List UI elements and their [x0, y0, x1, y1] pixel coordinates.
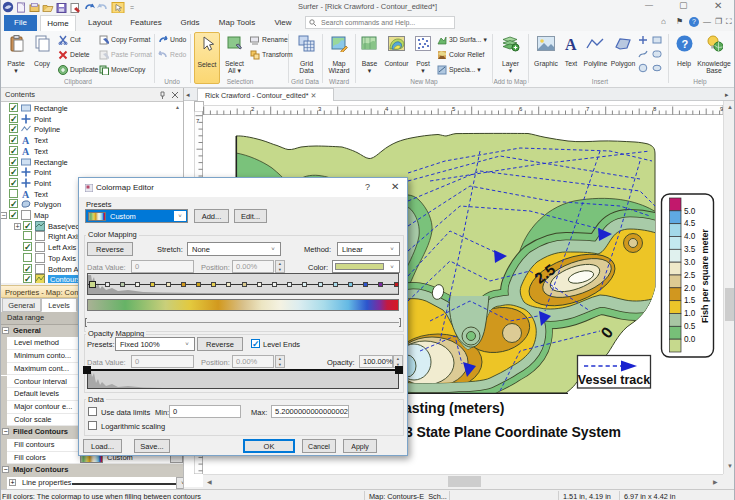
svg-text:2.0: 2.0 — [684, 284, 696, 293]
svg-text:Vessel track: Vessel track — [578, 373, 650, 387]
svg-text:3 State Plane Coordinate Syste: 3 State Plane Coordinate System — [405, 424, 621, 440]
svg-text:5.0: 5.0 — [684, 207, 696, 216]
svg-text:0.0: 0.0 — [684, 335, 696, 344]
svg-text:3.0: 3.0 — [684, 258, 696, 267]
svg-text:4.0: 4.0 — [684, 232, 696, 241]
svg-text:2.5: 2.5 — [684, 271, 696, 280]
svg-text:1.5: 1.5 — [684, 296, 696, 305]
svg-text:1.0: 1.0 — [684, 309, 696, 318]
svg-text:0.5: 0.5 — [684, 322, 696, 331]
svg-text:3.5: 3.5 — [684, 245, 696, 254]
svg-text:4.5: 4.5 — [684, 219, 696, 228]
svg-text:A: A — [565, 36, 577, 52]
svg-text:A: A — [22, 189, 30, 199]
svg-text:?: ? — [681, 38, 688, 50]
svg-text:A: A — [22, 146, 30, 156]
svg-text:asting (meters): asting (meters) — [404, 400, 504, 416]
svg-text:Fish per square meter: Fish per square meter — [700, 228, 710, 323]
svg-text:A: A — [22, 135, 30, 145]
